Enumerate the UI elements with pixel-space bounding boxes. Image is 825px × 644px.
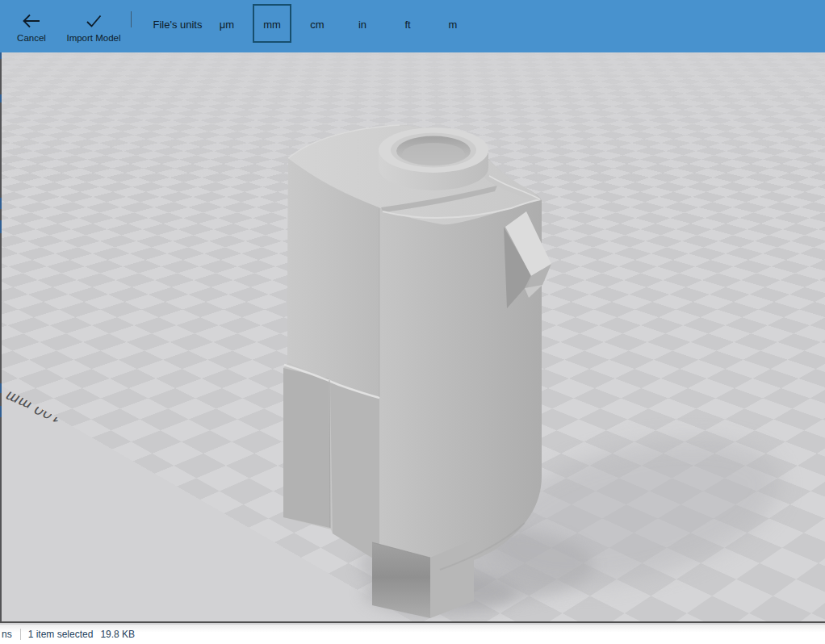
unit-option-um[interactable]: μm	[204, 0, 249, 52]
status-selection-count: 1 item selected	[28, 629, 94, 640]
background-window-edge	[0, 52, 2, 621]
import-model-screen: Cancel Import Model File's units μm mm c…	[0, 0, 825, 644]
unit-option-mm[interactable]: mm	[249, 0, 295, 52]
unit-option-in[interactable]: in	[340, 0, 385, 52]
status-divider	[20, 629, 21, 640]
unit-option-m[interactable]: m	[430, 0, 475, 52]
unit-option-ft[interactable]: ft	[385, 0, 430, 52]
model-lower-front	[330, 382, 379, 558]
cancel-button[interactable]: Cancel	[6, 0, 57, 52]
import-model-label: Import Model	[66, 33, 120, 43]
file-units-label: File's units	[151, 0, 204, 52]
unit-option-cm[interactable]: cm	[295, 0, 340, 52]
toolbar-divider	[131, 11, 132, 27]
checkmark-icon	[83, 11, 104, 31]
model-lower-block	[283, 368, 330, 528]
status-file-size: 19.8 KB	[100, 629, 135, 640]
status-bar: ns 1 item selected 19.8 KB	[0, 625, 825, 644]
cancel-label: Cancel	[17, 33, 46, 43]
back-arrow-icon	[21, 11, 42, 31]
import-model-button[interactable]: Import Model	[57, 0, 131, 52]
status-clipped-text: ns	[2, 629, 12, 640]
model-hole-inner-wall	[402, 143, 465, 165]
toolbar: Cancel Import Model File's units μm mm c…	[0, 0, 825, 52]
3d-viewport[interactable]: 100 mm 50 mm mm	[0, 52, 825, 623]
3d-model[interactable]	[0, 52, 825, 623]
